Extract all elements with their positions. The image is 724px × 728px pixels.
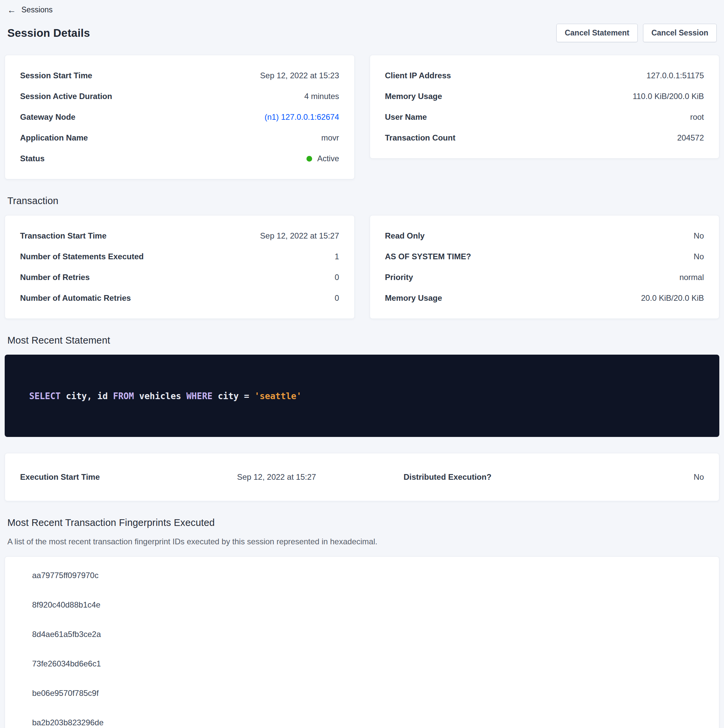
info-row: Number of Statements Executed 1 <box>20 252 339 262</box>
info-row-label: Number of Automatic Retries <box>20 293 131 303</box>
gateway-node-link[interactable]: (n1) 127.0.0.1:62674 <box>265 112 339 122</box>
info-row: Gateway Node (n1) 127.0.0.1:62674 <box>20 112 339 122</box>
info-row-label: Gateway Node <box>20 112 75 122</box>
info-row-value: 4 minutes <box>304 91 339 101</box>
transaction-section-heading: Transaction <box>8 196 716 206</box>
info-row: Session Active Duration 4 minutes <box>20 91 339 101</box>
sql-token: 'seattle' <box>254 391 302 401</box>
info-row: Client IP Address 127.0.0.1:51175 <box>385 70 704 81</box>
info-row-value: normal <box>680 272 704 282</box>
transaction-card-left: Transaction Start Time Sep 12, 2022 at 1… <box>5 215 355 319</box>
distributed-execution-value: No <box>533 472 704 482</box>
distributed-execution-label: Distributed Execution? <box>362 472 533 482</box>
breadcrumb[interactable]: ← Sessions <box>5 0 55 14</box>
info-row-label: Transaction Count <box>385 133 456 143</box>
transaction-card-right: Read Only No AS OF SYSTEM TIME? No Prior… <box>370 215 719 319</box>
info-row-value: No <box>693 231 704 241</box>
sql-token: SELECT <box>29 391 61 401</box>
info-row: User Name root <box>385 112 704 122</box>
info-row-label: Memory Usage <box>385 293 442 303</box>
sql-token: WHERE <box>186 391 213 401</box>
page-title: Session Details <box>8 27 90 40</box>
info-row: Application Name movr <box>20 133 339 143</box>
info-row-label: Number of Retries <box>20 272 90 282</box>
sql-token: vehicles <box>134 391 186 401</box>
sql-token: city, id <box>61 391 113 401</box>
info-row-label: Read Only <box>385 231 425 241</box>
fingerprints-card: aa79775ff097970c 8f920c40d88b1c4e 8d4ae6… <box>5 557 719 728</box>
execution-start-time-value: Sep 12, 2022 at 15:27 <box>191 472 362 482</box>
info-row-label: Application Name <box>20 133 88 143</box>
fingerprint-id: be06e9570f785c9f <box>20 679 704 708</box>
sql-token: FROM <box>113 391 134 401</box>
info-row-value: 0 <box>335 293 339 303</box>
fingerprint-id: 8f920c40d88b1c4e <box>20 590 704 619</box>
info-row-label: Transaction Start Time <box>20 231 106 241</box>
session-info-card-right: Client IP Address 127.0.0.1:51175 Memory… <box>370 55 719 159</box>
info-row-label: Memory Usage <box>385 91 442 101</box>
session-summary-row: Session Start Time Sep 12, 2022 at 15:23… <box>5 55 719 179</box>
fingerprint-id: aa79775ff097970c <box>20 561 704 590</box>
info-row-label: Number of Statements Executed <box>20 252 144 262</box>
info-row: Session Start Time Sep 12, 2022 at 15:23 <box>20 70 339 81</box>
transaction-row: Transaction Start Time Sep 12, 2022 at 1… <box>5 215 719 319</box>
back-arrow-icon: ← <box>8 6 16 14</box>
info-row: Status Active <box>20 154 339 164</box>
info-row-label: Session Active Duration <box>20 91 112 101</box>
page-header: Session Details Cancel Statement Cancel … <box>8 24 716 42</box>
info-row-label: AS OF SYSTEM TIME? <box>385 252 471 262</box>
cancel-session-button[interactable]: Cancel Session <box>643 24 716 42</box>
info-row-label: User Name <box>385 112 427 122</box>
fingerprint-id: 8d4ae61a5fb3ce2a <box>20 619 704 649</box>
info-row: Read Only No <box>385 231 704 241</box>
info-row-value: 110.0 KiB/200.0 KiB <box>633 91 704 101</box>
execution-start-time-label: Execution Start Time <box>20 472 191 482</box>
execution-card: Execution Start Time Sep 12, 2022 at 15:… <box>5 453 719 501</box>
info-row: AS OF SYSTEM TIME? No <box>385 252 704 262</box>
cancel-statement-button[interactable]: Cancel Statement <box>556 24 638 42</box>
info-row-value: Sep 12, 2022 at 15:27 <box>260 231 339 241</box>
info-row-value: 127.0.0.1:51175 <box>646 70 704 81</box>
fingerprints-section-heading: Most Recent Transaction Fingerprints Exe… <box>8 517 716 528</box>
fingerprint-id: 73fe26034bd6e6c1 <box>20 649 704 679</box>
info-row: Memory Usage 110.0 KiB/200.0 KiB <box>385 91 704 101</box>
info-row-label: Session Start Time <box>20 70 92 81</box>
fingerprints-description: A list of the most recent transaction fi… <box>8 537 716 546</box>
fingerprint-id: ba2b203b823296de <box>20 708 704 728</box>
sql-statement-box: SELECT city, id FROM vehicles WHERE city… <box>5 355 719 437</box>
breadcrumb-sessions-link[interactable]: Sessions <box>21 5 52 14</box>
info-row-value: Active <box>306 154 339 164</box>
statement-section-heading: Most Recent Statement <box>8 335 716 346</box>
info-row: Transaction Start Time Sep 12, 2022 at 1… <box>20 231 339 241</box>
info-row-label: Priority <box>385 272 413 282</box>
info-row: Number of Automatic Retries 0 <box>20 293 339 303</box>
info-row-value: 0 <box>335 272 339 282</box>
info-row-value: Sep 12, 2022 at 15:23 <box>260 70 339 81</box>
info-row-value: 204572 <box>677 133 704 143</box>
info-row-label: Status <box>20 154 44 164</box>
info-row: Transaction Count 204572 <box>385 133 704 143</box>
sql-token: city = <box>213 391 254 401</box>
info-row-value: root <box>690 112 704 122</box>
info-row-value: 1 <box>335 252 339 262</box>
info-row: Number of Retries 0 <box>20 272 339 282</box>
info-row-label: Client IP Address <box>385 70 451 81</box>
session-info-card-left: Session Start Time Sep 12, 2022 at 15:23… <box>5 55 355 179</box>
info-row: Memory Usage 20.0 KiB/20.0 KiB <box>385 293 704 303</box>
info-row-value: movr <box>321 133 339 143</box>
header-actions: Cancel Statement Cancel Session <box>556 24 716 42</box>
info-row-value: No <box>693 252 704 262</box>
info-row: Priority normal <box>385 272 704 282</box>
info-row-value: 20.0 KiB/20.0 KiB <box>641 293 704 303</box>
session-details-page: ← Sessions Session Details Cancel Statem… <box>0 0 724 728</box>
